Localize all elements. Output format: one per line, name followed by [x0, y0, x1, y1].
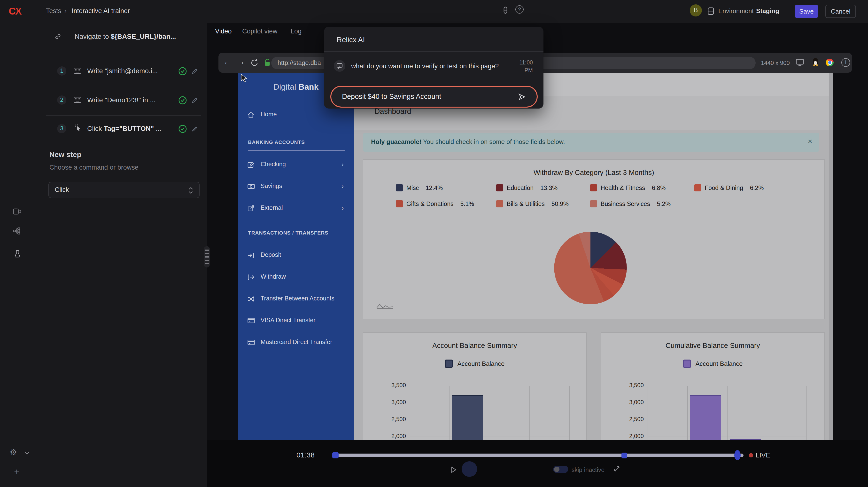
step-row[interactable]: 3 Click Tag="BUTTON" ... [0, 122, 207, 136]
edit-pencil-icon[interactable] [191, 68, 198, 74]
select-chevrons-icon [188, 187, 193, 194]
card-icon [248, 317, 255, 324]
sidebar-item-deposit[interactable]: Deposit [238, 249, 354, 262]
cx-logo[interactable]: CX [9, 6, 21, 17]
skip-inactive-toggle[interactable] [553, 466, 568, 473]
y-tick: 2,500 [615, 416, 644, 423]
keyboard-icon [73, 97, 82, 103]
sidebar-item-home[interactable]: Home [238, 109, 354, 121]
ai-input[interactable]: Deposit $40 to Savings Account [330, 86, 538, 108]
linux-icon[interactable] [812, 58, 818, 66]
close-icon[interactable]: × [808, 137, 812, 146]
top-bar: CX Tests › Interactive AI trainer ? B En… [0, 0, 868, 23]
monitor-icon[interactable] [796, 59, 804, 66]
help-icon[interactable]: ? [516, 5, 524, 13]
viewport-resolution: 1440 x 900 [761, 60, 790, 66]
panel-title: Relicx AI [337, 35, 365, 43]
keyboard-icon [73, 68, 82, 74]
sidebar-item-withdraw[interactable]: Withdraw [238, 271, 354, 283]
sidebar-item-visa-direct-transfer[interactable]: VISA Direct Transfer [238, 314, 354, 327]
new-step-subtitle: Choose a command or browse [50, 164, 138, 171]
bar-plot [410, 386, 569, 440]
legend-swatch [396, 184, 403, 191]
page-scrollbar[interactable] [829, 73, 833, 440]
info-icon[interactable]: i [841, 58, 850, 67]
drag-handle-icon[interactable] [204, 246, 210, 268]
tab-video[interactable]: Video [215, 23, 232, 40]
play-icon[interactable] [451, 466, 457, 474]
cursor-click-icon [74, 124, 82, 132]
y-tick: 2,500 [377, 416, 406, 423]
breadcrumb-current: Interactive AI trainer [72, 7, 130, 14]
video-camera-icon[interactable] [13, 208, 21, 215]
gear-icon[interactable]: ⚙ [10, 447, 17, 457]
save-button[interactable]: Save [795, 5, 818, 18]
edit-pencil-icon[interactable] [191, 125, 198, 132]
sidebar-item-transfer-between-accounts[interactable]: Transfer Between Accounts [238, 293, 354, 305]
timeline-knob[interactable] [734, 450, 741, 460]
environment-value[interactable]: Staging [756, 7, 779, 14]
capsule-icon[interactable] [502, 6, 509, 14]
video-player-bar: 01:38 LIVE 0.5x 1x 2x 4x 8x 16x skip ina… [207, 440, 868, 487]
legend-item[interactable]: Bills & Utilities50.9% [496, 200, 569, 207]
step-row[interactable]: 1 Write "jsmith@demo.i... [0, 64, 207, 78]
chrome-icon[interactable] [826, 59, 834, 66]
external-icon [248, 205, 254, 212]
withdraw-pie[interactable] [554, 232, 627, 304]
step-label: Click Tag="BUTTON" ... [87, 125, 161, 132]
y-tick: 3,500 [377, 382, 406, 389]
cancel-button[interactable]: Cancel [826, 5, 856, 18]
command-select[interactable]: Click [49, 182, 199, 198]
checking-icon [248, 161, 254, 168]
forward-arrow-icon[interactable]: → [237, 57, 245, 67]
sidebar-item-external[interactable]: External› [238, 202, 354, 215]
timeline-marker[interactable] [621, 453, 627, 458]
transfer-icon [248, 296, 255, 302]
back-arrow-icon[interactable]: ← [223, 57, 231, 67]
chevron-down-icon[interactable] [24, 451, 30, 455]
live-dot-icon [749, 453, 753, 457]
tab-log[interactable]: Log [290, 23, 302, 40]
sidebar-item-savings[interactable]: Savings› [238, 180, 354, 193]
legend-item[interactable]: Misc12.4% [396, 184, 443, 191]
divider [248, 241, 345, 241]
cumulative-balance-title: Cumulative Balance Summary [601, 342, 825, 349]
legend-item[interactable]: Health & Fitness6.8% [590, 184, 665, 191]
account-balance-legend[interactable]: Account Balance [363, 360, 586, 368]
sparkline-icon[interactable] [376, 302, 394, 310]
step-row[interactable]: 2 Write "Demo123!" in ... [0, 93, 207, 107]
sidebar-item-checking[interactable]: Checking› [238, 158, 354, 171]
legend-item[interactable]: Gifts & Donations5.1% [396, 200, 474, 207]
expand-icon[interactable] [613, 465, 620, 473]
cumulative-balance-legend[interactable]: Account Balance [601, 360, 825, 368]
relicx-ai-panel: Relicx AI what do you want me to verify … [324, 27, 544, 109]
flow-tree-icon[interactable] [13, 227, 20, 235]
cumulative-balance-card: Cumulative Balance Summary Account Balan… [600, 332, 825, 440]
step-label: Write "Demo123!" in ... [87, 96, 155, 104]
new-step-title: New step [50, 150, 82, 158]
y-tick: 3,000 [377, 399, 406, 405]
playback-time: 01:38 [297, 451, 315, 459]
edit-pencil-icon[interactable] [191, 97, 198, 104]
bar-account-balance[interactable] [690, 395, 721, 440]
timeline-marker[interactable] [332, 452, 339, 458]
lock-icon[interactable] [264, 58, 271, 67]
bar-account-balance[interactable] [452, 395, 483, 440]
breadcrumb-root[interactable]: Tests [46, 7, 61, 14]
reload-icon[interactable] [250, 59, 259, 67]
legend-item[interactable]: Business Services5.2% [590, 200, 671, 207]
savings-icon [248, 183, 255, 189]
legend-item[interactable]: Food & Dining6.2% [694, 184, 764, 191]
plus-icon[interactable]: + [14, 467, 20, 477]
legend-item[interactable]: Education13.3% [496, 184, 558, 191]
user-avatar[interactable]: B [690, 4, 702, 17]
flask-icon[interactable] [14, 250, 21, 258]
step-label: Write "jsmith@demo.i... [87, 67, 158, 74]
tab-copilot-view[interactable]: Copilot view [242, 23, 278, 40]
sidebar-item-mastercard-direct-transfer[interactable]: Mastercard Direct Transfer [238, 336, 354, 349]
legend-swatch [496, 184, 503, 191]
command-select-value: Click [55, 186, 69, 193]
send-icon[interactable] [518, 93, 526, 101]
timeline-track[interactable] [334, 454, 744, 457]
chat-bubble-icon [334, 60, 345, 72]
